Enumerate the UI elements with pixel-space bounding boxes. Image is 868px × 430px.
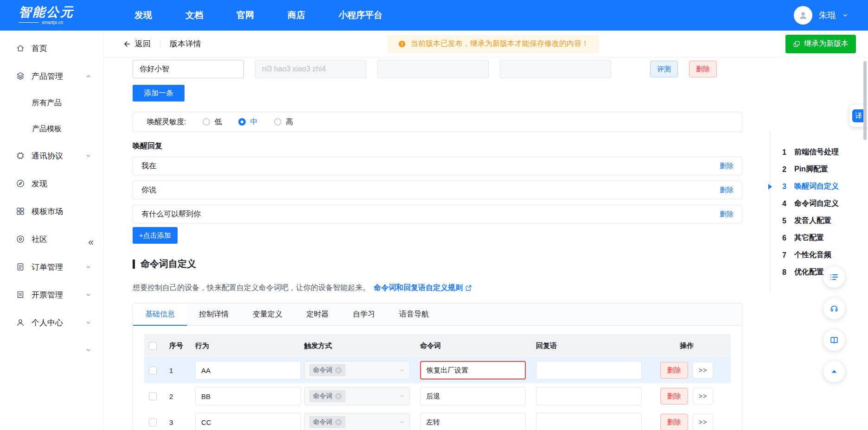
anchor-item-personalized-audio[interactable]: 7个性化音频 [782, 247, 866, 264]
command-word-input[interactable] [420, 413, 526, 430]
back-to-top-button[interactable] [823, 361, 845, 382]
row-checkbox[interactable] [149, 418, 157, 426]
behavior-input[interactable] [195, 387, 301, 405]
tab-self-learning[interactable]: 自学习 [341, 304, 387, 325]
inherit-version-button[interactable]: 继承为新版本 [785, 35, 856, 53]
sidebar-item-order-management[interactable]: 订单管理 [0, 253, 103, 281]
rules-link[interactable]: 命令词和回复语自定义规则 [374, 283, 472, 293]
sidebar-item-label: 所有产品 [32, 98, 62, 108]
tab-timer[interactable]: 定时器 [294, 304, 341, 325]
warning-text: 当前版本已发布，继承为新版本才能保存修改的内容！ [411, 39, 589, 49]
anchor-item-pin-config[interactable]: 2Pin脚配置 [782, 161, 866, 178]
trigger-select[interactable]: 命令词 [304, 387, 410, 405]
logo[interactable]: 智能公元 smartpi.cn [0, 6, 104, 25]
tag-close-icon[interactable] [335, 419, 342, 425]
avatar[interactable] [794, 6, 812, 25]
expand-row-button[interactable]: >> [693, 362, 713, 379]
wake-extra-input-1[interactable] [377, 60, 489, 78]
sensitivity-radio-medium[interactable]: 中 [238, 117, 257, 127]
sidebar-item-product-templates[interactable]: 产品模板 [0, 116, 103, 142]
wake-extra-input-2[interactable] [500, 60, 611, 78]
tag-close-icon[interactable] [335, 393, 342, 399]
select-all-checkbox[interactable] [149, 342, 157, 350]
delete-reply-link[interactable]: 删除 [720, 162, 734, 171]
docs-button[interactable] [823, 329, 845, 351]
tab-control-detail[interactable]: 控制详情 [187, 304, 241, 325]
active-anchor-marker-icon [768, 184, 772, 190]
chevron-down-icon [85, 264, 91, 270]
sidebar-item-personal-center[interactable]: 个人中心 [0, 309, 103, 336]
table-row: 1 命令词 [144, 357, 731, 383]
delete-reply-link[interactable]: 删除 [720, 186, 734, 195]
trigger-select[interactable]: 命令词 [304, 361, 410, 379]
sidebar-item-template-market[interactable]: 模板市场 [0, 197, 103, 225]
trigger-tag: 命令词 [309, 416, 345, 428]
command-table: 序号 行为 触发方式 命令词 回复语 操作 1 [144, 334, 731, 430]
products-icon [16, 71, 25, 81]
header-divider [160, 40, 160, 48]
scrollbar[interactable] [863, 61, 867, 140]
anchor-item-wake-word[interactable]: 3唤醒词自定义 [782, 178, 866, 195]
anchor-item-other-config[interactable]: 6其它配置 [782, 229, 866, 247]
anchor-nav: 1前端信号处理 2Pin脚配置 3唤醒词自定义 4命令词自定义 5发音人配置 6… [770, 131, 866, 292]
sidebar-item-collapsed[interactable] [0, 336, 103, 363]
wake-word-input[interactable] [133, 60, 244, 78]
table-row: 3 命令词 [144, 409, 731, 430]
chevron-down-icon[interactable] [842, 12, 849, 19]
click-to-add-button[interactable]: +点击添加 [133, 227, 178, 244]
anchor-item-command-word[interactable]: 4命令词自定义 [782, 195, 866, 212]
market-icon [16, 207, 25, 216]
sidebar-item-label: 订单管理 [32, 262, 63, 272]
expand-row-button[interactable]: >> [693, 414, 713, 430]
wake-reply-row: 你说 删除 [133, 181, 742, 199]
tab-variable-definition[interactable]: 变量定义 [241, 304, 294, 325]
reply-phrase-input[interactable] [536, 361, 642, 379]
sensitivity-radio-low[interactable]: 低 [203, 117, 222, 127]
expand-row-button[interactable]: >> [693, 388, 713, 405]
back-button[interactable]: 返回 [122, 38, 151, 49]
sidebar-item-all-products[interactable]: 所有产品 [0, 90, 103, 116]
delete-reply-link[interactable]: 删除 [720, 210, 734, 219]
sidebar-item-home[interactable]: 首页 [0, 34, 103, 62]
sensitivity-radio-high[interactable]: 高 [274, 117, 293, 127]
tab-basic-info[interactable]: 基础信息 [133, 304, 187, 325]
username[interactable]: 朱琨 [819, 10, 836, 21]
nav-item-store[interactable]: 商店 [287, 9, 305, 21]
sidebar-item-invoice-management[interactable]: 开票管理 [0, 281, 103, 309]
row-checkbox[interactable] [149, 392, 157, 400]
sidebar-item-label: 通讯协议 [32, 151, 63, 161]
nav-item-official-site[interactable]: 官网 [236, 9, 254, 21]
delete-row-button[interactable]: 删除 [660, 388, 688, 405]
nav-item-miniprogram[interactable]: 小程序平台 [338, 9, 383, 21]
sidebar-item-discover[interactable]: 发现 [0, 170, 103, 197]
copy-icon [793, 40, 800, 48]
back-arrow-icon [122, 40, 131, 48]
tab-voice-navigation[interactable]: 语音导航 [387, 304, 441, 325]
reply-phrase-input[interactable] [536, 387, 642, 405]
command-word-input[interactable] [420, 361, 526, 379]
behavior-input[interactable] [195, 413, 301, 430]
evaluate-button[interactable]: 评测 [650, 61, 678, 77]
tag-close-icon[interactable] [335, 367, 342, 373]
nav-item-docs[interactable]: 文档 [185, 9, 203, 21]
command-word-input[interactable] [420, 387, 526, 405]
trigger-select[interactable]: 命令词 [304, 413, 410, 430]
support-button[interactable] [823, 298, 845, 319]
sidebar-item-communication-protocol[interactable]: 通讯协议 [0, 142, 103, 170]
delete-row-button[interactable]: 删除 [660, 414, 688, 430]
anchor-item-signal-processing[interactable]: 1前端信号处理 [782, 144, 866, 161]
anchor-item-speaker-config[interactable]: 5发音人配置 [782, 212, 866, 229]
add-wake-word-button[interactable]: 添加一条 [133, 85, 185, 101]
chevron-down-icon [85, 320, 91, 326]
sidebar-item-product-management[interactable]: 产品管理 [0, 62, 103, 90]
behavior-input[interactable] [195, 361, 301, 379]
wake-sensitivity-box: 唤醒灵敏度: 低 中 高 [133, 112, 742, 132]
reply-phrase-input[interactable] [536, 413, 642, 430]
delete-wake-word-button[interactable]: 删除 [689, 61, 717, 77]
wake-pinyin-input[interactable] [255, 60, 366, 78]
nav-item-discover[interactable]: 发现 [134, 9, 152, 21]
outline-button[interactable] [823, 266, 845, 288]
delete-row-button[interactable]: 删除 [660, 362, 688, 379]
row-checkbox[interactable] [149, 367, 157, 374]
sidebar-collapse-button[interactable]: « [88, 237, 94, 247]
